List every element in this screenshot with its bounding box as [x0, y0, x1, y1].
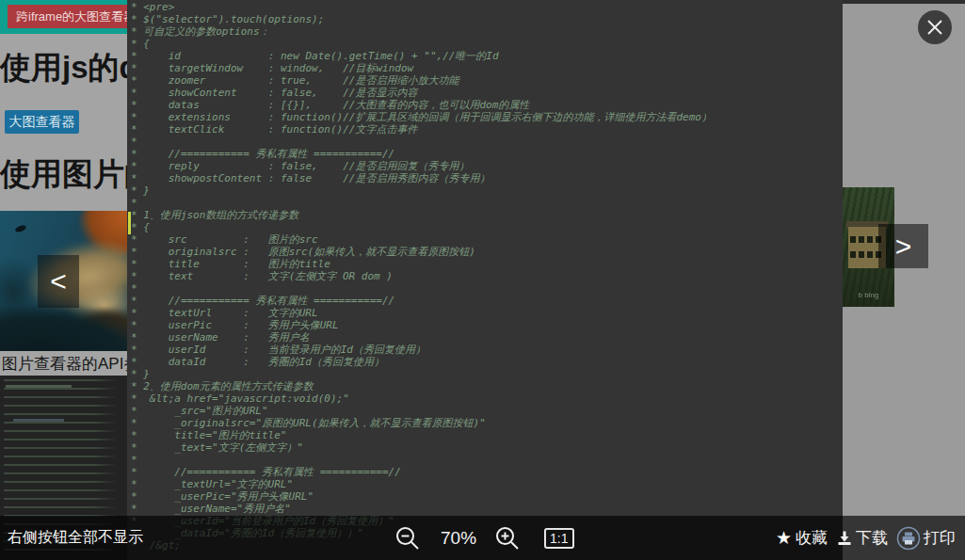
viewer-toolbar: 右侧按钮全部不显示 70% 1:1	[0, 516, 965, 560]
next-image-button[interactable]: >	[878, 224, 928, 268]
chevron-right-icon: >	[895, 231, 912, 263]
code-lines-texture	[6, 385, 72, 388]
zoom-in-button[interactable]	[493, 524, 522, 552]
favorite-button[interactable]: ★ 收藏	[776, 527, 828, 549]
download-button[interactable]: 下载	[836, 527, 888, 549]
code-lines-texture	[13, 419, 64, 422]
background-page-right: b bing	[843, 0, 965, 560]
heading-js-demo: 使用js的demo	[0, 47, 127, 89]
text-caret	[128, 212, 131, 234]
download-label: 下载	[856, 527, 888, 549]
favorite-label: 收藏	[796, 527, 828, 549]
download-icon	[836, 530, 853, 547]
prev-image-button[interactable]: <	[38, 255, 79, 308]
heading-image-demo: 使用图片的demo	[0, 153, 127, 196]
page-header-bar: 跨iframe的大图查看器	[0, 0, 127, 34]
api-caption: 图片查看器的API参数	[2, 353, 127, 375]
page-title-badge: 跨iframe的大图查看器	[8, 5, 127, 28]
api-doc-text: * <pre> * $("selector").touch(options); …	[127, 0, 843, 552]
zoom-out-icon	[394, 525, 421, 552]
print-label: 打印	[924, 527, 956, 549]
chevron-left-icon: <	[50, 265, 67, 297]
zoom-out-button[interactable]	[394, 524, 422, 552]
zoom-level: 70%	[441, 528, 476, 549]
star-icon: ★	[776, 529, 792, 547]
close-button[interactable]	[918, 10, 952, 44]
printer-icon	[896, 526, 921, 551]
screen: 跨iframe的大图查看器 使用js的demo 大图查看器 使用图片的demo …	[0, 0, 965, 560]
window-top-edge	[843, 0, 965, 4]
big-image-viewer-button[interactable]: 大图查看器	[5, 110, 79, 134]
zoom-in-icon	[494, 525, 521, 552]
diver-shape	[14, 224, 26, 233]
actual-size-button[interactable]: 1:1	[544, 528, 573, 549]
zoom-controls: 70% 1:1	[394, 516, 574, 560]
bing-watermark: b bing	[843, 291, 894, 299]
close-icon	[925, 18, 944, 37]
print-button[interactable]: 打印	[896, 526, 956, 551]
toolbar-actions: ★ 收藏 下载 打印	[767, 516, 956, 560]
rocks-shape	[0, 306, 127, 351]
image-title-text: 右侧按钮全部不显示	[8, 516, 143, 560]
viewer-content-panel: * <pre> * $("selector").touch(options); …	[127, 0, 843, 560]
